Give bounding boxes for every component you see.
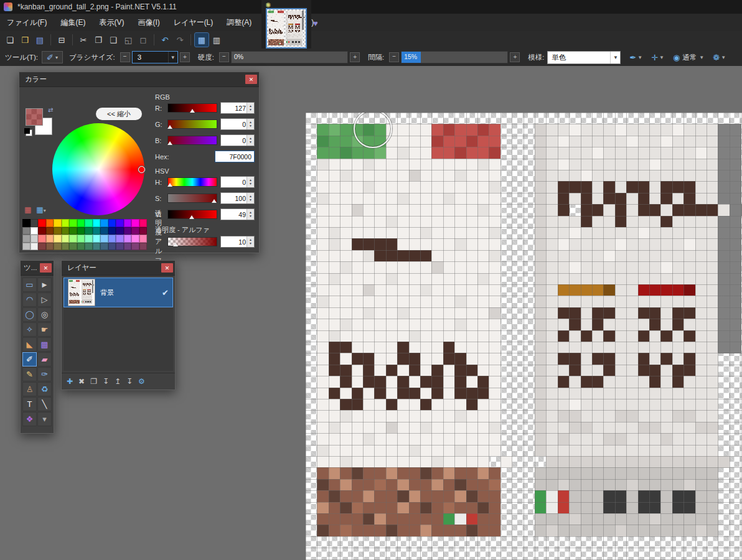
palette-swatch[interactable] [22,235,31,243]
blend-mode-select[interactable]: ◉ 通常 ▼ [673,53,704,62]
v-slider-marker[interactable] [189,215,194,219]
palette-swatch[interactable] [139,219,148,227]
palette-swatch[interactable] [124,235,132,243]
open-file-button[interactable]: ❒ [18,33,32,47]
open-image-thumbnail[interactable] [266,8,307,49]
text-tool[interactable]: T [22,397,37,411]
palette-swatch[interactable] [131,219,139,227]
palette-swatch[interactable] [77,219,85,227]
pattern-select[interactable]: 単色 ▼ [547,51,621,64]
palette-swatch[interactable] [116,243,124,251]
palette-swatch[interactable] [100,243,108,251]
palette-swatch[interactable] [38,235,46,243]
add-layer-button[interactable]: ✚ [67,377,73,386]
antialiasing-mode-button[interactable]: ✒ ▼ [629,53,642,62]
s-value-input[interactable]: 100▲▼ [220,192,255,204]
menu-item-4[interactable]: レイヤー(L) [167,14,220,31]
pan-tool[interactable]: ☛ [37,322,52,337]
palette-swatch[interactable] [46,235,54,243]
s-slider-marker[interactable] [212,199,217,203]
color-wheel[interactable] [52,123,144,215]
spinner-arrows-icon[interactable]: ▲▼ [247,177,254,187]
g-slider[interactable] [167,119,217,129]
menu-item-0[interactable]: ファイル(F) [0,14,54,31]
rectangle-select-tool[interactable]: ▭ [22,278,37,292]
color-picker-tool[interactable]: ✑ [37,367,52,381]
lasso-select-tool[interactable]: ◠ [22,292,37,307]
paint-bucket-tool[interactable]: ◣ [22,337,37,352]
palette-swatch[interactable] [77,235,85,243]
palette-swatch[interactable] [46,219,54,227]
g-slider-marker[interactable] [167,125,172,129]
a-value-input[interactable]: 10▲▼ [220,236,255,248]
r-value-input[interactable]: 127▲▼ [220,102,255,114]
paintbrush-tool[interactable]: ✐ [22,352,37,366]
layers-window-titlebar[interactable]: レイヤー ✕ [62,261,175,276]
close-icon[interactable]: ✕ [161,263,173,273]
menu-item-3[interactable]: 画像(I) [131,14,166,31]
palette-swatch[interactable] [116,235,124,243]
swap-colors-icon[interactable]: ⇄ [48,106,53,113]
hardness-decrease-button[interactable]: − [219,52,229,62]
palette-swatch[interactable] [22,243,31,251]
b-value-input[interactable]: 0▲▼ [220,134,255,146]
palette-swatch[interactable] [108,227,116,235]
palette-swatch[interactable] [46,243,54,251]
brush-size-decrease-button[interactable]: − [120,52,130,62]
spinner-arrows-icon[interactable]: ▲▼ [247,193,254,203]
close-icon[interactable]: ✕ [245,75,257,84]
shrink-dialog-button[interactable]: << 縮小 [96,108,142,120]
r-slider-marker[interactable] [190,109,195,113]
move-tool[interactable]: ▷ [37,292,52,307]
r-slider[interactable] [167,103,217,113]
palette-swatch[interactable] [139,235,148,243]
save-file-button[interactable]: ▤ [33,33,47,47]
spacing-slider[interactable]: 15% [401,51,508,63]
hardness-increase-button[interactable]: ＋ [350,52,360,62]
palette-swatch[interactable] [54,235,62,243]
palette-swatch[interactable] [31,235,39,243]
crop-to-selection-button[interactable]: ◱ [121,33,135,47]
palette-swatch[interactable] [62,227,70,235]
palette-swatch[interactable] [69,235,77,243]
palette-swatch[interactable] [62,235,70,243]
copy-button[interactable]: ❐ [92,33,105,47]
palette-swatch[interactable] [93,227,101,235]
move-selection-tool[interactable]: ► [37,278,52,292]
spacing-decrease-button[interactable]: − [389,52,399,62]
spinner-arrows-icon[interactable]: ▲▼ [247,103,254,113]
move-layer-down-button[interactable]: ↧ [126,377,133,386]
b-slider-marker[interactable] [167,141,172,145]
cut-button[interactable]: ✂ [77,33,90,47]
a-slider-marker[interactable] [173,243,178,246]
brush-dynamics-button[interactable]: ❁ ▼ [713,53,726,62]
palette-swatch[interactable] [139,243,148,251]
palette-swatch[interactable] [54,219,62,227]
ellipse-select-tool[interactable]: ◯ [22,307,37,322]
palette-swatch[interactable] [100,219,108,227]
pixel-sampling-button[interactable]: ✛ ▼ [651,53,664,62]
pencil-tool[interactable]: ✎ [22,367,37,381]
layer-visibility-checkbox[interactable]: ✔ [162,288,169,297]
spinner-arrows-icon[interactable]: ▲▼ [247,236,254,247]
palette-swatch[interactable] [38,243,46,251]
h-value-input[interactable]: 0▲▼ [220,176,255,188]
s-slider[interactable] [167,194,217,203]
palette-swatch[interactable] [93,243,101,251]
palette-swatch[interactable] [131,227,139,235]
palette-swatch[interactable] [38,227,46,235]
palette-menu-icon[interactable]: ▦▾ [36,205,45,214]
move-layer-up-button[interactable]: ↥ [115,377,121,386]
palette-swatch[interactable] [77,227,85,235]
palette-swatch[interactable] [100,227,108,235]
magic-wand-tool[interactable]: ✧ [22,322,37,337]
palette-save-icon[interactable]: ▦ [24,205,31,214]
brush-size-increase-button[interactable]: ＋ [180,52,190,62]
palette-swatch[interactable] [108,235,116,243]
palette-swatch[interactable] [139,227,148,235]
layer-properties-button[interactable]: ⚙ [138,377,145,386]
brush-size-input[interactable]: 3 ▼ [132,51,178,63]
palette-swatch[interactable] [116,227,124,235]
palette-swatch[interactable] [69,243,77,251]
deselect-button[interactable]: ◻ [136,33,150,47]
